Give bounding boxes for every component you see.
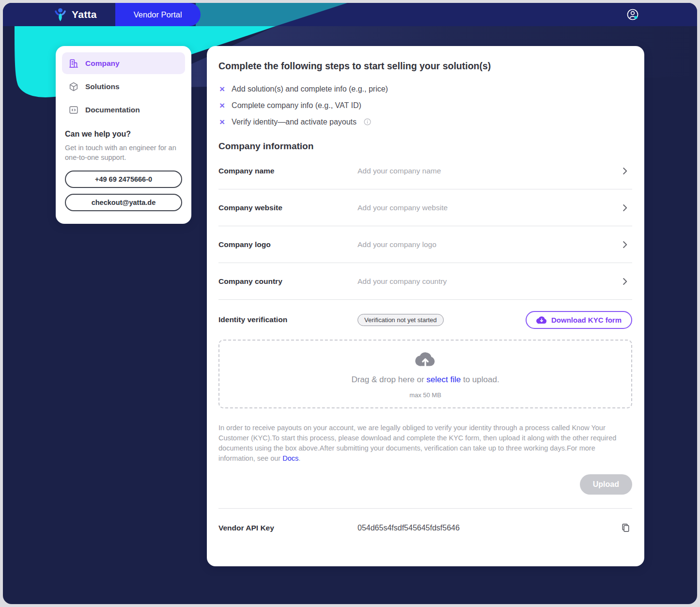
chevron-right-icon[interactable] [620,166,632,176]
user-icon [625,7,640,22]
api-key-label: Vendor API Key [218,524,358,532]
step-label: Complete company info (e.g., VAT ID) [232,101,361,110]
field-label: Company country [218,277,358,286]
docs-link[interactable]: Docs [282,454,298,462]
vendor-portal-tab[interactable]: Vendor Portal [115,3,201,26]
account-menu-button[interactable] [625,7,640,22]
company-country-row[interactable]: Company country Add your company country [218,263,632,300]
field-label: Identity verification [218,315,358,324]
support-phone-button[interactable]: +49 69 2475666-0 [65,171,182,188]
cloud-upload-icon [415,351,436,367]
company-website-row[interactable]: Company website Add your company website [218,189,632,226]
identity-verification-row: Identity verification Verification not y… [218,300,632,340]
top-bar: Yatta Vendor Portal [3,3,697,26]
copy-api-key-button[interactable] [620,522,632,533]
file-dropzone[interactable]: Drag & drop here or select file to uploa… [218,340,632,408]
company-name-row[interactable]: Company name Add your company name [218,153,632,189]
help-text: Get in touch with an engineer for an one… [65,143,182,163]
x-marker-icon: × [219,117,225,126]
dropzone-text: Drag & drop here or select file to uploa… [219,375,631,385]
company-info-title: Company information [218,141,632,152]
step-item: × Verify identity—and activate payouts [218,117,632,126]
sidebar-item-label: Solutions [85,82,120,91]
field-placeholder: Add your company website [358,203,620,212]
api-key-value: 054d65s4fsdf545645fdsf5646 [358,524,620,532]
main-panel: Complete the following steps to start se… [207,46,644,566]
company-icon [68,58,79,69]
x-marker-icon: × [219,84,225,93]
help-section: Can we help you? Get in touch with an en… [62,122,185,211]
kyc-note: In order to receive payouts on your acco… [218,423,632,464]
cloud-download-icon [536,316,547,324]
verification-status-badge: Verification not yet started [358,314,444,326]
field-label: Company name [218,167,358,175]
step-label: Add solution(s) and complete info (e.g.,… [232,85,388,93]
upload-row: Upload [218,474,632,495]
download-kyc-button[interactable]: Download KYC form [526,311,632,329]
select-file-link[interactable]: select file [426,375,461,384]
field-label: Company website [218,203,358,212]
step-label: Verify identity—and activate payouts [232,118,357,126]
sidebar: Company Solutions Documentation [56,46,191,224]
copy-icon [620,522,631,533]
chevron-right-icon[interactable] [620,239,632,250]
brand-icon [54,7,67,22]
step-item: × Complete company info (e.g., VAT ID) [218,101,632,110]
app-window: Yatta Vendor Portal Company [3,3,697,604]
field-placeholder: Add your company name [358,167,620,175]
download-kyc-label: Download KYC form [551,316,622,324]
brand-logo[interactable]: Yatta [3,7,97,22]
brand-name: Yatta [72,9,97,20]
solutions-icon [68,81,79,92]
x-marker-icon: × [219,101,225,110]
help-title: Can we help you? [65,130,182,139]
step-item: × Add solution(s) and complete info (e.g… [218,84,632,93]
chevron-right-icon[interactable] [620,276,632,287]
field-placeholder: Add your company country [358,277,620,286]
content-area: Company Solutions Documentation [3,3,697,566]
info-icon[interactable] [363,118,372,126]
company-logo-row[interactable]: Company logo Add your company logo [218,226,632,263]
field-label: Company logo [218,240,358,249]
documentation-icon [68,105,79,115]
steps-title: Complete the following steps to start se… [218,61,632,72]
sidebar-item-documentation[interactable]: Documentation [62,99,185,121]
vendor-api-key-row: Vendor API Key 054d65s4fsdf545645fdsf564… [218,508,632,547]
sidebar-item-label: Company [85,59,120,68]
field-placeholder: Add your company logo [358,240,620,249]
dropzone-limit: max 50 MB [219,391,631,399]
chevron-right-icon[interactable] [620,202,632,213]
sidebar-item-company[interactable]: Company [62,52,185,74]
sidebar-item-label: Documentation [85,106,140,114]
sidebar-item-solutions[interactable]: Solutions [62,76,185,97]
upload-button[interactable]: Upload [580,474,632,495]
support-email-button[interactable]: checkout@yatta.de [65,194,182,211]
